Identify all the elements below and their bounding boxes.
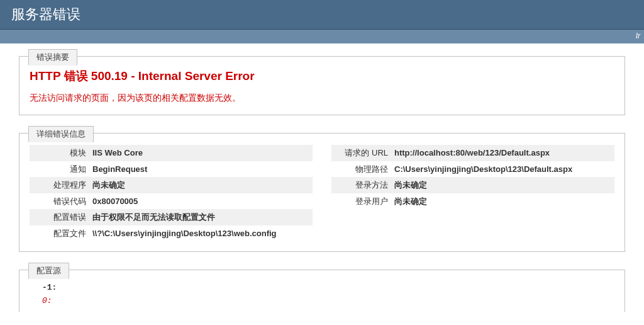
detail-label: 配置文件 [30,227,92,240]
page-header: 服务器错误 [0,0,644,30]
detail-label: 请求的 URL [331,147,394,159]
config-line-1: -1: [42,282,614,295]
page-title: 服务器错误 [11,6,80,22]
detail-value: http://localhost:80/web/123/Default.aspx [394,147,550,159]
config-source-body: -1: 0: [30,282,614,308]
detail-value: \\?\C:\Users\yinjingjing\Desktop\123\web… [92,227,277,240]
detail-label: 配置错误 [30,211,92,224]
detail-row: 处理程序尚未确定 [30,177,313,193]
detail-row: 配置文件\\?\C:\Users\yinjingjing\Desktop\123… [30,225,313,242]
error-summary-section: 错误摘要 HTTP 错误 500.19 - Internal Server Er… [19,56,625,115]
detail-row: 请求的 URLhttp://localhost:80/web/123/Defau… [331,145,614,161]
error-summary-tab: 错误摘要 [28,49,77,66]
detail-row: 通知BeginRequest [30,161,313,178]
detail-row: 模块IIS Web Core [30,145,313,161]
config-line-2: 0: [42,295,614,308]
error-title: HTTP 错误 500.19 - Internal Server Error [30,68,614,84]
detail-value: 尚未确定 [92,179,125,191]
detail-label: 处理程序 [30,179,92,191]
page-subheader: Ir [0,30,644,43]
error-details-tab: 详细错误信息 [28,126,94,142]
detail-label: 错误代码 [30,195,92,208]
detail-value: C:\Users\yinjingjing\Desktop\123\Default… [394,163,572,176]
detail-label: 模块 [30,147,92,159]
detail-value: 尚未确定 [394,179,427,191]
detail-value: IIS Web Core [92,147,143,159]
details-grid: 模块IIS Web Core通知BeginRequest处理程序尚未确定错误代码… [30,145,614,241]
content-area: 错误摘要 HTTP 错误 500.19 - Internal Server Er… [0,43,644,312]
error-details-section: 详细错误信息 模块IIS Web Core通知BeginRequest处理程序尚… [19,133,625,252]
detail-label: 物理路径 [331,163,394,176]
config-source-tab: 配置源 [28,263,69,279]
details-left-col: 模块IIS Web Core通知BeginRequest处理程序尚未确定错误代码… [30,145,313,241]
detail-value: 0x80070005 [92,195,138,208]
detail-row: 配置错误由于权限不足而无法读取配置文件 [30,209,313,225]
detail-row: 登录方法尚未确定 [331,177,614,193]
detail-label: 登录方法 [331,179,394,191]
error-subtitle: 无法访问请求的页面，因为该页的相关配置数据无效。 [30,91,614,105]
config-source-section: 配置源 -1: 0: [19,270,625,312]
detail-row: 物理路径C:\Users\yinjingjing\Desktop\123\Def… [331,161,614,178]
detail-label: 登录用户 [331,195,394,208]
detail-row: 错误代码0x80070005 [30,193,313,210]
header-right-text: Ir [636,31,640,40]
detail-value: 尚未确定 [394,195,427,208]
detail-row: 登录用户尚未确定 [331,193,614,210]
detail-value: 由于权限不足而无法读取配置文件 [92,211,215,224]
detail-label: 通知 [30,163,92,176]
details-right-col: 请求的 URLhttp://localhost:80/web/123/Defau… [331,145,614,241]
detail-value: BeginRequest [92,163,147,176]
